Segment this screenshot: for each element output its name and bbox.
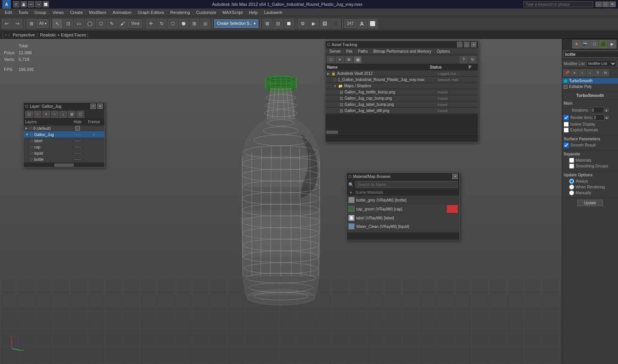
modifier-item-editable-poly[interactable]: Editable Poly [562, 84, 618, 90]
tb-render[interactable]: ▶ [309, 19, 319, 29]
layer-hide-check-0[interactable] [75, 126, 80, 131]
asset-menu-paths[interactable]: Paths [356, 49, 370, 54]
mod-text-icon[interactable]: T [594, 69, 601, 76]
tb-scale[interactable]: ⬡ [168, 19, 178, 29]
materials-checkbox[interactable] [569, 158, 574, 163]
tb-rect-select[interactable]: ▭ [74, 19, 84, 29]
tb-align[interactable]: ⊟ [273, 19, 283, 29]
render-iters-spinner[interactable]: ▲ [604, 116, 609, 119]
asset-tb-2[interactable]: ≡ [336, 56, 344, 63]
tb-icon-small5[interactable]: ⬜ [43, 1, 49, 7]
tb-mirror[interactable]: ⊠ [262, 19, 272, 29]
tb-move[interactable]: ✛ [146, 19, 156, 29]
asset-tb-3[interactable]: ⊞ [345, 56, 353, 63]
menu-views[interactable]: Views [49, 9, 67, 16]
max-button[interactable]: □ [602, 2, 609, 7]
tb-select[interactable]: ↖ [52, 19, 62, 29]
min-button[interactable]: − [595, 2, 602, 7]
update-button[interactable]: Update [577, 200, 603, 206]
manually-radio[interactable] [569, 190, 574, 195]
menu-edit[interactable]: Edit [2, 9, 15, 16]
menu-modifiers[interactable]: Modifiers [86, 9, 109, 16]
menu-graph-editors[interactable]: Graph Editors [135, 9, 167, 16]
layer-tb-icon3[interactable]: ↓ [59, 111, 67, 118]
layer-row-gallon[interactable]: ▼ ⬡ Gallon_Jug — — ✓ [24, 131, 104, 138]
asset-menu-file[interactable]: File [344, 49, 355, 54]
isoline-checkbox[interactable] [564, 122, 569, 127]
tb-pivot[interactable]: ◎ [200, 19, 210, 29]
tb-render-setup[interactable]: ⚙ [298, 19, 308, 29]
tb-num[interactable]: 247 [344, 19, 356, 28]
mat-row-cap-green[interactable]: cap_green (VRayMtl) [cap] [347, 204, 459, 214]
tb-transform[interactable]: ⊞ [189, 19, 199, 29]
menu-maxscript[interactable]: MAXScript [220, 9, 246, 16]
tb-scale2[interactable]: ⬣ [178, 19, 189, 29]
layer-row-cap[interactable]: ⬡ cap —— [24, 144, 104, 150]
menu-tools[interactable]: Tools [15, 9, 31, 16]
asset-menu-server[interactable]: Server [327, 49, 343, 54]
tb-all-dropdown[interactable]: All ▾ [37, 19, 48, 28]
layer-tb-icon5[interactable]: ⬡ [76, 111, 84, 118]
layer-check-gallon[interactable]: ✓ [93, 133, 96, 136]
tb-snap[interactable]: 🔲 [284, 19, 294, 29]
layer-help-icon[interactable]: ? [90, 104, 96, 109]
tb-lasso[interactable]: ✎ [107, 19, 117, 29]
tb-select2[interactable]: ⊡ [63, 19, 73, 29]
rp-geo-icon[interactable]: ⬡ [590, 40, 599, 48]
modifier-dropdown[interactable]: Modifier List [586, 60, 616, 67]
asset-row-bump2[interactable]: 🖼 Gallon_Jug_cap_bump.png Found [325, 95, 478, 102]
mod-fx-icon[interactable]: fx [602, 69, 609, 76]
asset-tb-help[interactable]: ? [460, 56, 467, 63]
iterations-input[interactable] [590, 107, 604, 113]
asset-row-maps[interactable]: ▼ 📁 Maps / Shaders [325, 83, 478, 89]
asset-restore-icon[interactable]: □ [464, 42, 469, 47]
mod-stack-icon[interactable]: ≡ [571, 69, 578, 76]
layer-close-icon[interactable]: ✕ [97, 104, 103, 109]
asset-row-bump3[interactable]: 🖼 Gallon_Jug_label_bump.png Found [325, 102, 478, 108]
always-radio[interactable] [569, 179, 574, 184]
tb-icon-small2[interactable]: 💾 [21, 1, 27, 7]
asset-tb-1[interactable]: ⬡ [327, 56, 335, 63]
tb-circle-select[interactable]: ◯ [85, 19, 95, 29]
layer-row-0[interactable]: ▶ ⬡ 0 (default) [24, 125, 104, 131]
object-name-input[interactable] [564, 51, 618, 58]
menu-animation[interactable]: Animation [109, 9, 135, 16]
asset-row-vault[interactable]: ▶ 🔒 Autodesk Vault 2012 Logged Out ... [325, 71, 478, 77]
tb-rotate[interactable]: ↻ [157, 19, 167, 29]
menu-group[interactable]: Group [31, 9, 50, 16]
iterations-spinner-up[interactable]: ▲ [604, 109, 609, 112]
tb-icon-small4[interactable]: ↪ [35, 1, 42, 7]
smoothing-groups-checkbox[interactable] [569, 164, 574, 169]
asset-min-icon[interactable]: − [457, 42, 462, 47]
asset-tb-refresh[interactable]: ↻ [469, 56, 476, 63]
mod-up-icon[interactable]: ↑ [579, 69, 586, 76]
explicit-normals-checkbox[interactable] [564, 128, 569, 133]
tb-redo[interactable]: ↪ [12, 19, 23, 29]
tb-material[interactable]: ⬛ [331, 19, 341, 29]
mod-down-icon[interactable]: ↓ [587, 69, 594, 76]
menu-create[interactable]: Create [67, 9, 86, 16]
smooth-result-checkbox[interactable] [564, 143, 569, 148]
search-input[interactable] [523, 1, 593, 7]
rp-cam-icon[interactable]: 📷 [581, 40, 590, 48]
tb-fence[interactable]: ⬡ [96, 19, 106, 29]
layer-tb-add[interactable]: + [42, 111, 50, 118]
tb-undo[interactable]: ↩ [2, 19, 12, 29]
menu-rendering[interactable]: Rendering [167, 9, 193, 16]
asset-close-icon[interactable]: ✕ [471, 42, 476, 47]
layer-tb-icon4[interactable]: ⊞ [68, 111, 76, 118]
when-rendering-radio[interactable] [569, 185, 574, 190]
selection-btn[interactable]: Create Selection S... ▾ [214, 19, 258, 28]
mat-row-water[interactable]: Water_Clean (VRayMtl) [liquid] [347, 222, 459, 231]
asset-menu-bitmap[interactable]: Bitmap Performance and Memory [371, 49, 434, 54]
modifier-item-turbosmooth[interactable]: TurboSmooth [562, 78, 618, 84]
material-close-icon[interactable]: ✕ [452, 174, 458, 179]
render-iters-input[interactable] [593, 114, 604, 121]
rp-mat-icon[interactable]: ⬛ [599, 40, 608, 48]
rp-render-icon[interactable]: ▶ [608, 40, 616, 48]
asset-tb-4[interactable]: ▦ [354, 56, 362, 63]
viewport-perspective[interactable]: Perspective [13, 33, 35, 37]
layer-row-bottle[interactable]: ⬡ bottle —— [24, 156, 104, 162]
layer-tb-icon1[interactable]: ⬡ [25, 111, 33, 118]
mat-row-label[interactable]: 📄 label (VRayMtl) [label] [347, 214, 459, 222]
